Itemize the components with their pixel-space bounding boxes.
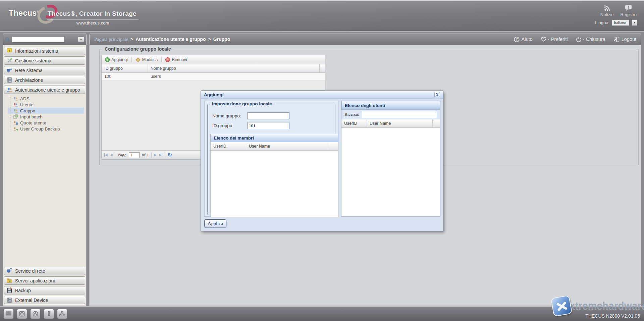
column-header-userid[interactable]: UserID xyxy=(211,142,246,150)
rss-icon xyxy=(604,5,610,11)
grid-header-row: ID gruppo Nome gruppo xyxy=(102,64,325,73)
dialog-left-panel: Impostazione gruppo locale Nome gruppo: … xyxy=(204,101,338,217)
gruppo-icon xyxy=(13,108,18,113)
language-select[interactable]: Italiano xyxy=(612,19,629,26)
submenu-item-ads[interactable]: ADS xyxy=(8,96,84,102)
group-settings-fieldset: Impostazione gruppo locale Nome gruppo: … xyxy=(207,104,335,214)
refresh-icon[interactable]: ↻ xyxy=(167,152,172,158)
column-header-id-gruppo[interactable]: ID gruppo xyxy=(102,64,148,72)
applica-button[interactable]: Applica xyxy=(204,219,226,227)
sidebar-item-gestione-sistema[interactable]: Gestione sistema xyxy=(4,56,85,65)
gear-edit-icon xyxy=(136,57,141,62)
sidebar-item-label: Backup xyxy=(15,288,31,293)
aggiungi-dialog: Aggiungi X Impostazione gruppo locale No… xyxy=(201,90,443,231)
info-bubble-icon: i xyxy=(7,48,12,54)
breadcrumb-home[interactable]: Pagina principale xyxy=(94,37,128,42)
temperature-status-button[interactable] xyxy=(44,309,54,319)
page-of-label: of 1 xyxy=(142,152,149,158)
submenu-item-user-group-backup[interactable]: User Group Backup xyxy=(8,126,84,132)
id-gruppo-input[interactable] xyxy=(247,122,289,129)
next-page-button[interactable]: ▶ xyxy=(154,153,157,157)
logout-button[interactable]: Logout xyxy=(613,37,636,42)
cell-nome-gruppo: users xyxy=(148,73,320,80)
column-header-username[interactable]: User Name xyxy=(367,119,433,127)
preferiti-button[interactable]: ▾ Preferiti xyxy=(541,37,568,42)
breadcrumb-separator: > xyxy=(130,37,133,42)
column-header-spacer xyxy=(320,64,325,72)
language-dropdown-arrow-icon[interactable]: ▼ xyxy=(632,19,637,26)
external-device-icon xyxy=(7,297,12,303)
page: { "banner": { "brand": "Thecus", "brand_… xyxy=(0,0,644,321)
sidebar-item-archiviazione[interactable]: Archiviazione xyxy=(4,76,85,84)
network-status-button[interactable] xyxy=(57,309,67,319)
disk-status-button[interactable] xyxy=(17,309,27,319)
id-gruppo-label: ID gruppo: xyxy=(212,123,247,128)
chiusura-button[interactable]: ▾ Chiusura xyxy=(576,37,605,42)
logout-label: Logout xyxy=(622,37,636,42)
column-header-userid[interactable]: UserID xyxy=(341,119,367,127)
brand-name: Thecus xyxy=(9,9,37,17)
sidebar-item-autenticazione-utente-e-gruppo[interactable]: Autenticazione utente e gruppo xyxy=(4,86,85,94)
page-number-input[interactable] xyxy=(129,152,140,158)
modifica-button[interactable]: Modifica xyxy=(134,57,160,63)
registro-link[interactable]: Registro xyxy=(621,5,637,17)
submenu-item-gruppo[interactable]: Gruppo xyxy=(8,108,84,114)
chiusura-label: Chiusura xyxy=(586,37,605,42)
group-settings-legend: Impostazione gruppo locale xyxy=(210,101,274,106)
column-header-nome-gruppo[interactable]: Nome gruppo xyxy=(148,64,320,72)
sidebar-item-rete-sistema[interactable]: Rete sistema xyxy=(4,66,85,74)
sidebar-add-button[interactable]: + xyxy=(78,37,84,42)
sidebar-search-input[interactable] xyxy=(12,36,65,43)
submenu-item-label: Utente xyxy=(20,102,34,107)
sidebar-item-backup[interactable]: Backup xyxy=(4,286,85,295)
brand-text: Thecus® xyxy=(9,9,39,18)
sidebar-item-external-device[interactable]: External Device xyxy=(4,296,85,304)
notizie-label: Notizie xyxy=(600,12,614,17)
sidebar-item-service-di-rete[interactable]: Service di rete xyxy=(4,267,85,275)
nome-gruppo-input[interactable] xyxy=(247,112,289,119)
help-icon: ? xyxy=(514,37,520,42)
preferiti-label: Preferiti xyxy=(551,37,568,42)
aiuto-button[interactable]: ? Aiuto xyxy=(514,37,533,42)
chiusura-caret-icon: ▾ xyxy=(583,38,584,41)
device-version-label: THECUS N2800 V2.01.05 xyxy=(585,313,640,319)
submenu-item-utente[interactable]: Utente xyxy=(8,102,84,108)
status-bar: THECUS N2800 V2.01.05 xyxy=(0,306,644,321)
rimuovi-button[interactable]: − Rimuovi xyxy=(164,57,189,63)
fan-status-button[interactable] xyxy=(30,309,41,319)
auth-submenu: ADS Utente Gruppo Input batch Quote uten… xyxy=(4,95,86,133)
submenu-item-input-batch[interactable]: Input batch xyxy=(8,114,84,120)
close-icon[interactable]: X xyxy=(434,92,440,97)
utente-icon xyxy=(13,102,18,107)
column-header-username[interactable]: User Name xyxy=(246,142,330,150)
grid-toolbar: + Aggiungi Modifica xyxy=(102,55,325,64)
ricerca-label: Ricerca: xyxy=(344,112,359,117)
column-header-spacer xyxy=(433,119,440,127)
system-status-button[interactable] xyxy=(3,309,14,319)
first-page-button[interactable]: ◀ xyxy=(104,153,108,157)
dialog-titlebar[interactable]: Aggiungi X xyxy=(201,91,443,99)
prev-page-button[interactable]: ◀ xyxy=(110,153,113,157)
sidebar-item-label: Rete sistema xyxy=(15,68,43,73)
aggiungi-label: Aggiungi xyxy=(111,57,128,62)
power-icon xyxy=(576,37,582,42)
table-row[interactable]: 100 users xyxy=(102,73,325,81)
notizie-link[interactable]: Notizie xyxy=(600,5,614,17)
sidebar-item-server-applicazioni[interactable]: Server applicazioni xyxy=(4,276,85,285)
registro-label: Registro xyxy=(621,12,637,17)
submenu-item-quote-utente[interactable]: Quote utente xyxy=(8,120,84,126)
pager-separator xyxy=(151,152,152,158)
network-tree-icon xyxy=(59,311,65,317)
add-icon: + xyxy=(105,57,110,62)
aiuto-label: Aiuto xyxy=(522,37,533,42)
aggiungi-button[interactable]: + Aggiungi xyxy=(103,57,129,63)
members-grid-header: UserID User Name xyxy=(211,142,338,151)
tagline: Thecus®, Creator In Storage xyxy=(47,10,139,19)
website: www.thecus.com xyxy=(47,19,139,25)
sidebar-item-label: Autenticazione utente e gruppo xyxy=(15,87,80,93)
breadcrumb-separator: > xyxy=(208,37,211,42)
cell-id-gruppo: 100 xyxy=(102,73,148,80)
sidebar-item-informazioni-sistema[interactable]: i Informazioni sistema xyxy=(4,47,85,55)
ricerca-input[interactable] xyxy=(362,111,437,118)
last-page-button[interactable]: ▶ xyxy=(159,153,163,157)
